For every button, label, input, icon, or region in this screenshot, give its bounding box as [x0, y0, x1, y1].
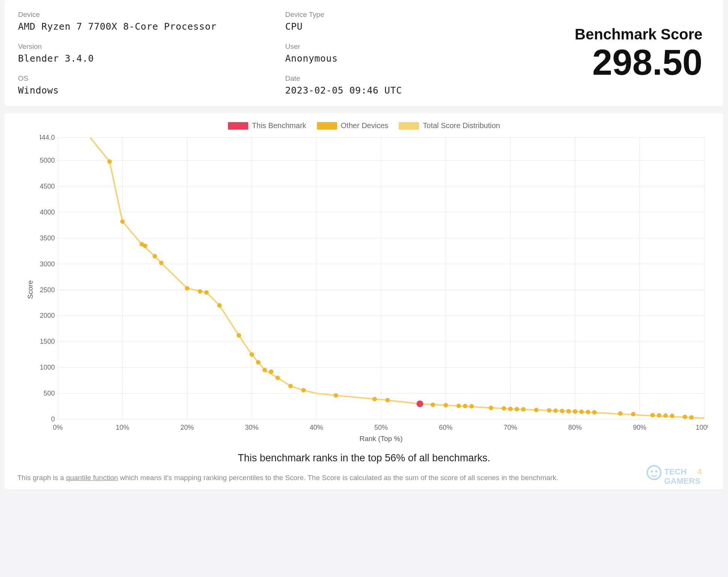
value-user: Anonymous — [285, 53, 530, 64]
svg-point-71 — [463, 404, 467, 408]
legend-this-benchmark[interactable]: This Benchmark — [228, 121, 306, 130]
svg-text:GAMERS: GAMERS — [664, 476, 701, 486]
svg-point-54 — [198, 289, 202, 294]
field-os: OS Windows — [18, 74, 263, 96]
svg-text:50%: 50% — [374, 424, 388, 431]
svg-point-91 — [663, 413, 668, 418]
svg-point-68 — [431, 402, 435, 407]
benchmark-info-card: Device AMD Ryzen 7 7700X 8-Core Processo… — [5, 0, 723, 106]
svg-point-59 — [256, 360, 261, 364]
svg-point-83 — [573, 409, 577, 414]
label-os: OS — [18, 74, 263, 83]
chart-legend: This Benchmark Other Devices Total Score… — [16, 121, 712, 130]
svg-text:90%: 90% — [633, 424, 647, 431]
svg-text:500: 500 — [44, 390, 55, 397]
swatch-other-icon — [317, 122, 337, 130]
svg-point-82 — [566, 409, 571, 414]
score-block: Benchmark Score 298.50 — [537, 11, 710, 96]
chart-card: This Benchmark Other Devices Total Score… — [5, 113, 723, 489]
svg-text:5000: 5000 — [40, 157, 55, 164]
field-device-type: Device Type CPU — [285, 11, 530, 32]
value-os: Windows — [18, 85, 263, 96]
legend-label-total: Total Score Distribution — [423, 121, 500, 130]
svg-text:2000: 2000 — [40, 312, 55, 319]
svg-point-57 — [237, 333, 241, 338]
svg-text:1500: 1500 — [40, 338, 55, 345]
svg-text:4000: 4000 — [40, 208, 55, 216]
svg-point-90 — [657, 413, 661, 418]
svg-text:10%: 10% — [116, 424, 129, 431]
label-device-type: Device Type — [285, 11, 530, 19]
svg-point-50 — [143, 243, 147, 248]
tech4gamers-icon: TECH 4 GAMERS — [645, 463, 720, 489]
svg-text:20%: 20% — [180, 424, 194, 431]
svg-point-60 — [262, 368, 267, 372]
svg-point-62 — [275, 376, 280, 380]
svg-point-81 — [560, 409, 564, 413]
svg-point-84 — [579, 409, 584, 414]
svg-text:70%: 70% — [503, 424, 517, 431]
field-version: Version Blender 3.4.0 — [18, 42, 263, 64]
legend-label-other: Other Devices — [341, 121, 389, 130]
svg-point-52 — [159, 261, 164, 265]
svg-point-94 — [689, 415, 694, 420]
svg-point-51 — [152, 254, 157, 258]
rank-summary-text: This benchmark ranks in the top 56% of a… — [16, 452, 712, 464]
svg-point-70 — [457, 403, 461, 408]
svg-text:4500: 4500 — [40, 183, 55, 190]
label-user: User — [285, 42, 530, 51]
svg-point-97 — [651, 470, 653, 473]
score-value: 298.50 — [592, 44, 702, 80]
svg-text:3500: 3500 — [40, 234, 55, 242]
swatch-this-icon — [228, 122, 248, 130]
svg-point-56 — [217, 303, 222, 308]
field-user: User Anonymous — [285, 42, 530, 64]
svg-point-69 — [443, 403, 448, 408]
label-date: Date — [285, 74, 530, 83]
svg-point-61 — [269, 369, 273, 374]
svg-point-74 — [502, 406, 506, 411]
score-label: Benchmark Score — [575, 26, 702, 43]
y-axis-title: Score — [26, 280, 35, 299]
svg-point-78 — [534, 408, 538, 412]
chart-footnote: This graph is a quantile function which … — [16, 474, 712, 482]
legend-total-distribution[interactable]: Total Score Distribution — [399, 121, 500, 130]
svg-text:100%: 100% — [696, 424, 708, 431]
svg-point-75 — [508, 406, 512, 411]
svg-point-48 — [120, 219, 125, 224]
value-device: AMD Ryzen 7 7700X 8-Core Processor — [18, 21, 263, 32]
legend-label-this: This Benchmark — [252, 121, 306, 130]
svg-text:5444.0: 5444.0 — [40, 134, 55, 141]
legend-other-devices[interactable]: Other Devices — [317, 121, 389, 130]
svg-text:0%: 0% — [53, 424, 63, 431]
svg-point-67 — [385, 398, 390, 402]
quantile-function-link[interactable]: quantile function — [66, 474, 118, 482]
svg-point-64 — [301, 388, 306, 393]
value-version: Blender 3.4.0 — [18, 53, 263, 64]
svg-point-95 — [416, 400, 423, 407]
chart-plot-area: Score 0500100015002000250030003500400045… — [40, 134, 705, 446]
svg-point-87 — [618, 411, 622, 416]
svg-point-77 — [521, 407, 526, 412]
svg-point-63 — [288, 384, 293, 388]
label-device: Device — [18, 11, 263, 19]
svg-point-47 — [107, 159, 112, 164]
svg-point-96 — [647, 466, 661, 479]
label-version: Version — [18, 42, 263, 51]
svg-point-66 — [372, 397, 377, 401]
svg-point-80 — [553, 408, 558, 413]
svg-text:2500: 2500 — [40, 286, 55, 294]
svg-point-86 — [592, 410, 597, 414]
svg-text:3000: 3000 — [40, 260, 55, 268]
svg-point-88 — [631, 412, 636, 416]
footnote-pre: This graph is a — [17, 474, 66, 482]
svg-point-93 — [683, 415, 687, 419]
svg-point-65 — [333, 393, 338, 398]
field-device: Device AMD Ryzen 7 7700X 8-Core Processo… — [18, 11, 263, 32]
svg-point-72 — [469, 404, 474, 409]
svg-text:Rank (Top %): Rank (Top %) — [359, 435, 402, 443]
value-date: 2023-02-05 09:46 UTC — [285, 85, 530, 96]
swatch-total-icon — [399, 122, 419, 130]
watermark-logo: TECH 4 GAMERS — [645, 463, 720, 489]
quantile-chart[interactable]: 0500100015002000250030003500400045005000… — [40, 134, 708, 446]
